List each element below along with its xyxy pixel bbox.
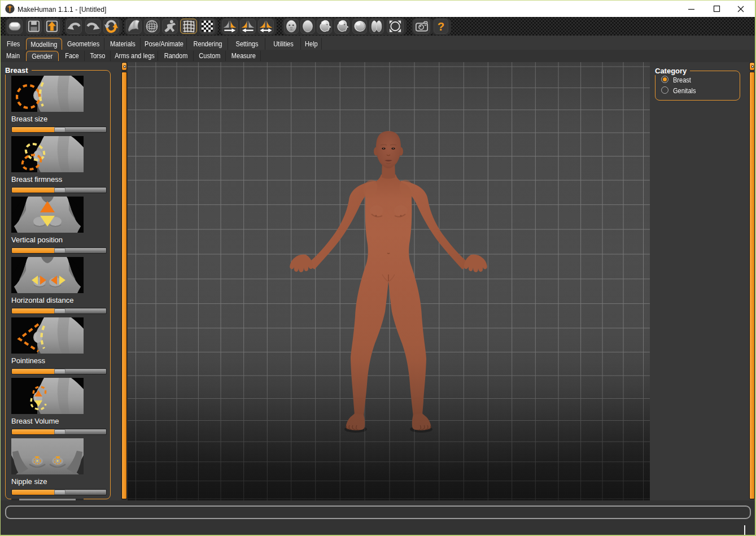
svg-text:?: ? xyxy=(438,20,444,33)
